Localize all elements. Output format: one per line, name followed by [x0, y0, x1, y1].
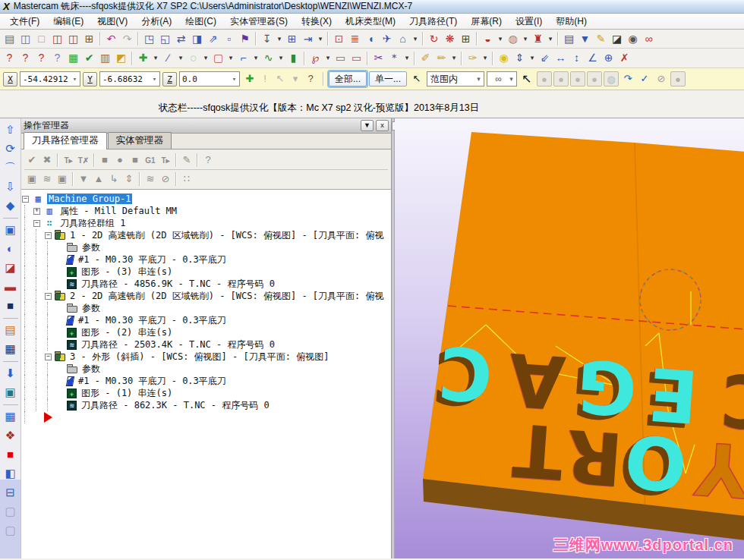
solid-grid-icon[interactable]: ▦ — [2, 341, 20, 358]
offset-icon[interactable]: ⇄ — [173, 31, 189, 47]
solid-box-icon[interactable]: ■ — [2, 297, 20, 315]
grid-home-icon[interactable]: ⌂ — [395, 31, 411, 47]
create-spline-icon[interactable]: ∿ — [260, 50, 276, 66]
tree-expander[interactable]: − — [45, 293, 52, 300]
wireframe-box-icon[interactable]: ▢ — [2, 503, 20, 521]
chevron-down-icon[interactable]: ▾ — [70, 75, 80, 83]
window-grid-icon[interactable]: ⊞ — [284, 31, 300, 47]
tree-expander[interactable]: − — [22, 196, 29, 203]
drafting-icon[interactable]: ▼ — [577, 31, 593, 47]
select-single-button[interactable]: 单一... — [369, 71, 407, 87]
viewsheet-icon[interactable]: ⊞ — [458, 31, 474, 47]
move-origin-icon[interactable]: ⇗ — [205, 31, 221, 47]
project-icon[interactable]: ◨ — [189, 31, 205, 47]
solid-extrude-icon[interactable]: ⇧ — [2, 121, 20, 139]
trim-dropdown-icon[interactable]: ▾ — [402, 50, 411, 66]
pen-icon[interactable]: ✎ — [593, 31, 609, 47]
solid-history-icon[interactable]: ▤ — [2, 322, 20, 339]
select-all-operations-icon[interactable]: ✔ — [24, 153, 39, 168]
panel-close-button[interactable]: x — [376, 120, 389, 131]
multi-trim-icon[interactable]: ＊ — [386, 50, 402, 66]
lock-icon[interactable]: ▣ — [24, 171, 39, 187]
attributes-dropdown-icon[interactable]: ▾ — [528, 50, 537, 66]
screen-config-icon[interactable]: ◩ — [113, 50, 129, 66]
verify-icon[interactable]: ● — [112, 153, 128, 168]
tree-node[interactable]: −1 - 2D 高速铣削 (2D 区域铣削) - [WCS: 俯视图] - [刀… — [21, 229, 391, 241]
tree-expander[interactable]: + — [33, 208, 40, 215]
menu-item-i[interactable]: 设置(I) — [509, 14, 549, 30]
mask-entity-icon[interactable]: ● — [553, 71, 569, 87]
analyze-distance-icon[interactable]: ? — [17, 50, 33, 66]
analyze-entity-icon[interactable]: ? — [2, 50, 17, 66]
solid-edit-icon[interactable]: ◧ — [2, 465, 20, 483]
tree-node[interactable]: #1 - M0.30 平底刀 - 0.3平底刀 — [21, 314, 391, 326]
tree-node[interactable]: −▦Machine Group-1 — [21, 193, 391, 205]
machine-def-icon[interactable]: ▣ — [2, 384, 20, 401]
tree-node[interactable]: ≋刀具路径 - 862.3K - T.NC - 程序号码 0 — [21, 399, 391, 411]
pan-dropdown-icon[interactable]: ▾ — [316, 31, 325, 47]
post-icon[interactable]: G1 — [143, 156, 158, 165]
dynamic-xform-icon[interactable]: ⚑ — [237, 31, 253, 47]
attributes-bulb-icon[interactable]: ◉ — [496, 50, 512, 66]
stop-icon[interactable]: ■ — [2, 446, 20, 464]
tree-node[interactable]: −3 - 外形 (斜插) - [WCS: 俯视图] - [刀具平面: 俯视图] — [21, 351, 391, 363]
chevron-down-icon[interactable]: ▾ — [229, 75, 239, 83]
solid-shell-icon[interactable]: ▣ — [2, 222, 20, 239]
mask-solid-icon[interactable]: ◍ — [604, 71, 619, 87]
create-rect-shape-icon[interactable]: ▭ — [333, 50, 348, 66]
tree-node[interactable]: #1 - M0.30 平底刀 - 0.3平底刀 — [21, 253, 391, 266]
y-coordinate-input[interactable]: -6.68632 ▾ — [99, 71, 160, 87]
solid-fillet-icon[interactable]: ◆ — [2, 197, 20, 215]
zoom-window-icon[interactable]: ⊡ — [331, 31, 347, 47]
shading-dropdown-icon[interactable]: ▾ — [496, 31, 505, 47]
point-dropdown-icon[interactable]: ▾ — [151, 50, 160, 66]
move-down-icon[interactable]: ▼ — [76, 171, 91, 187]
regen-dirty-icon[interactable]: T✗ — [76, 156, 91, 165]
chain-select-dropdown[interactable]: ∞ ▾ — [487, 71, 517, 87]
analyze-check-icon[interactable]: ▦ — [65, 50, 81, 66]
quick-mask-cursor-icon[interactable]: ↖ — [409, 71, 424, 87]
create-rectangle-icon[interactable]: ▢ — [210, 50, 226, 66]
width-icon[interactable]: ↔ — [553, 50, 569, 66]
fit-dropdown-icon[interactable]: ▾ — [275, 31, 284, 47]
translate-icon[interactable]: ◳ — [141, 31, 157, 47]
undelete-dropdown-icon[interactable]: ▾ — [481, 50, 490, 66]
solid-revolve-icon[interactable]: ⟳ — [2, 140, 20, 158]
menu-item-e[interactable]: 编辑(E) — [46, 14, 90, 30]
move-up-icon[interactable]: ▲ — [91, 171, 106, 187]
autocursor-dropdown-icon[interactable]: ▾ — [288, 71, 303, 87]
viewport-single-icon[interactable]: □ — [33, 31, 49, 47]
rectangle-dropdown-icon[interactable]: ▾ — [226, 50, 235, 66]
undo-icon[interactable]: ↶ — [103, 31, 119, 47]
tree-node[interactable]: +▥属性 - Mill Default MM — [21, 205, 391, 217]
mask-plane-icon[interactable]: ● — [570, 71, 585, 87]
solid-slab-icon[interactable]: ▬ — [2, 278, 20, 296]
slope-icon[interactable]: ∠ — [585, 50, 601, 66]
attributes-copy-icon[interactable]: ⇙ — [537, 50, 553, 66]
title-bar[interactable]: X Mastercam 铣床----sfqosk提供汉化 X7 SP2 C:\U… — [0, 0, 744, 14]
height-icon[interactable]: ↕ — [569, 50, 585, 66]
axis-icon[interactable]: ✗ — [616, 50, 632, 66]
autocursor-point-icon[interactable]: ↖ — [273, 71, 288, 87]
rotate-view-icon[interactable]: ↻ — [426, 31, 442, 47]
x-axis-button[interactable]: X — [3, 72, 17, 87]
file-merge-icon[interactable]: ◫ — [17, 31, 33, 47]
tree-node[interactable]: ≋刀具路径 - 4856.9K - T.NC - 程序号码 0 — [21, 278, 391, 290]
panel-header[interactable]: 操作管理器 ▼ x — [21, 118, 391, 134]
trim-icon[interactable]: ✂ — [370, 50, 386, 66]
viewport-quad-icon[interactable]: ⊞ — [81, 31, 97, 47]
select-cursor-icon[interactable]: ↖ — [519, 71, 534, 87]
letters-dropdown-icon[interactable]: ▾ — [323, 50, 333, 66]
select-last-icon[interactable]: ↷ — [620, 71, 635, 87]
spline-dropdown-icon[interactable]: ▾ — [276, 50, 285, 66]
highfeed-icon[interactable]: T▸ — [158, 156, 173, 165]
menu-item-a[interactable]: 分析(A) — [134, 14, 178, 30]
z-coordinate-input[interactable]: 0.0 ▾ — [179, 71, 240, 87]
create-bounding-icon[interactable]: ▭ — [348, 50, 364, 66]
y-axis-button[interactable]: Y — [83, 72, 97, 87]
hide-toolpath-icon[interactable]: ≋ — [143, 171, 158, 187]
delete-dropdown-icon[interactable]: ▾ — [449, 50, 459, 66]
menu-item-f[interactable]: 文件(F) — [3, 14, 46, 30]
layout-grid-icon[interactable]: ▦ — [2, 408, 20, 426]
screen-stats-icon[interactable]: ▥ — [97, 50, 113, 66]
